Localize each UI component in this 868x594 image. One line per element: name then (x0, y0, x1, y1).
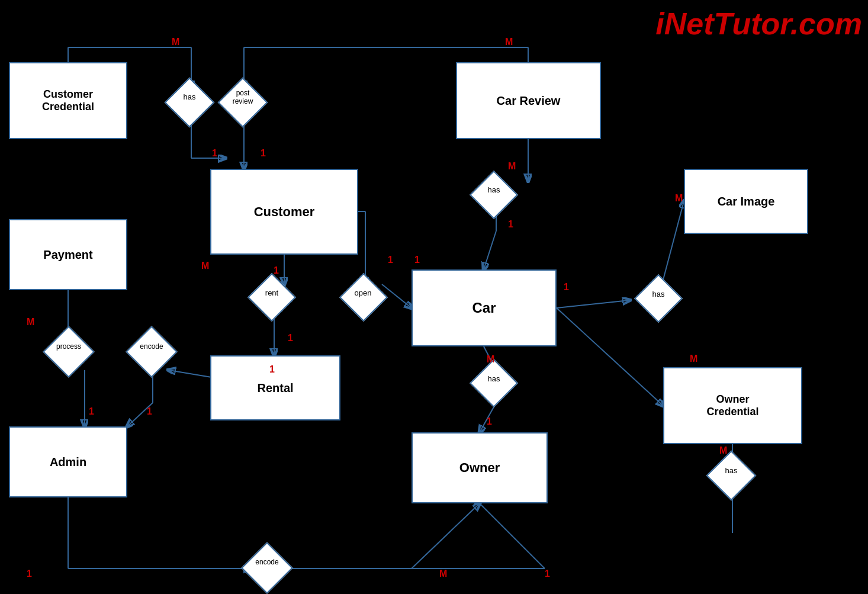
diamond-process (43, 326, 95, 378)
diamond-has1-label: has (169, 92, 210, 101)
diamond-has1 (165, 78, 215, 128)
svg-line-13 (557, 300, 629, 308)
diamond-has-owner (470, 359, 518, 407)
card-1-rent-top: 1 (274, 265, 279, 276)
diagram-container: Customer Credential Car Review Customer … (0, 0, 868, 594)
diamond-process-label: process (43, 342, 94, 351)
entity-car-review: Car Review (456, 62, 601, 139)
card-1-has-cr: 1 (508, 219, 513, 230)
diamond-rent (247, 273, 296, 322)
card-m1: M (172, 37, 179, 47)
diamond-has-owner-cred-label: has (711, 466, 752, 475)
card-1-rent-bottom: 1 (288, 333, 293, 343)
entity-customer: Customer (210, 169, 358, 255)
diamond-has-owner-cred (706, 451, 757, 501)
diamond-encode1 (126, 326, 178, 378)
card-m-car-owner: M (487, 354, 494, 365)
svg-line-32 (480, 503, 545, 569)
card-1-rental-bottom: 1 (269, 364, 275, 375)
card-1-encode-admin: 1 (147, 406, 152, 417)
diamond-open (339, 273, 388, 322)
card-m-customer-left: M (201, 261, 209, 271)
svg-line-14 (662, 201, 684, 284)
diamond-post-review-label: postreview (221, 89, 264, 106)
card-m-owner-bottom: M (439, 569, 447, 579)
card-1-owner-bottom: 1 (545, 569, 550, 579)
entity-owner-credential: OwnerCredential (663, 367, 802, 444)
diamond-has-car-review-label: has (474, 185, 514, 194)
card-1-has-owner: 1 (487, 416, 492, 427)
card-1-open-left: 1 (388, 255, 393, 265)
svg-line-26 (557, 308, 663, 406)
diamond-open-label: open (343, 288, 383, 297)
svg-line-12 (484, 231, 496, 269)
card-m-car-image: M (675, 193, 683, 204)
diamond-rent-label: rent (252, 288, 292, 297)
diamond-has-car-image (634, 274, 683, 323)
svg-line-31 (412, 503, 480, 569)
diamond-has-owner-label: has (474, 374, 514, 383)
card-1-open-right: 1 (414, 255, 420, 265)
entity-owner: Owner (412, 432, 548, 503)
card-m-car-review-bottom: M (508, 161, 516, 172)
card-1-process: 1 (89, 406, 94, 417)
card-1-to-has-img: 1 (564, 282, 569, 293)
diamond-encode1-label: encode (126, 342, 177, 351)
card-m-payment: M (27, 317, 34, 327)
entity-customer-credential: Customer Credential (9, 62, 127, 139)
entity-car: Car (412, 269, 557, 346)
brand-logo: iNetTutor.com (655, 6, 862, 41)
diamond-encode2-label: encode (242, 558, 292, 566)
entity-payment: Payment (9, 219, 127, 290)
diamond-has-car-image-label: has (638, 290, 679, 298)
card-1-post-review: 1 (261, 148, 266, 159)
card-1-admin-bottom: 1 (27, 569, 32, 579)
card-m-owner-cred: M (690, 354, 697, 364)
diamond-encode2 (241, 542, 293, 594)
card-1-has-left: 1 (212, 148, 217, 159)
entity-car-image: Car Image (684, 169, 808, 234)
entity-rental: Rental (210, 355, 340, 420)
diamond-has-car-review (470, 171, 518, 219)
entity-admin: Admin (9, 426, 127, 497)
card-m2: M (505, 37, 513, 47)
card-m-has-oc: M (719, 445, 727, 456)
